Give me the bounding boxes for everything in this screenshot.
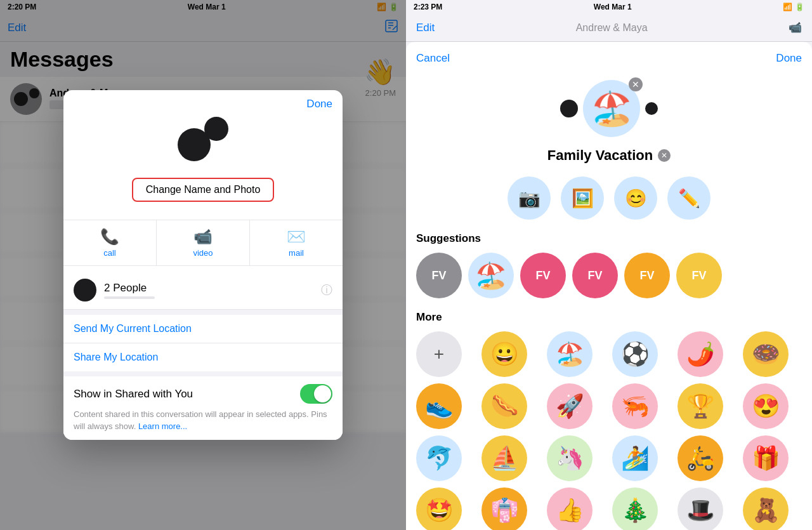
emoji-item-21[interactable]: 🎩: [678, 487, 723, 530]
modal-actions-row: 📞 call 📹 video ✉️ mail: [63, 220, 343, 266]
right-wifi-icon: 📶: [783, 3, 792, 11]
emoji-picker-modal: Cancel Done 🏖️ ✕ Family Vacation ✕ 📷 🖼️ …: [406, 42, 812, 530]
mail-action[interactable]: ✉️ mail: [250, 220, 343, 265]
emoji-item-11[interactable]: 🐬: [416, 435, 462, 481]
emoji-item-13[interactable]: 🦄: [547, 435, 593, 481]
emoji-cancel-button[interactable]: Cancel: [416, 52, 450, 65]
time-right: 2:23 PM: [414, 3, 442, 11]
suggestion-item-0[interactable]: FV: [416, 253, 462, 298]
call-icon: 📞: [100, 228, 119, 246]
preview-emoji-remove[interactable]: ✕: [629, 77, 643, 91]
learn-more-link[interactable]: Learn more...: [138, 421, 187, 431]
shared-label: Show in Shared with You: [74, 388, 193, 401]
emoji-item-22[interactable]: 🧸: [743, 487, 789, 530]
right-panel: 2:23 PM Wed Mar 1 📶 🔋 Edit Andrew & Maya…: [406, 0, 812, 530]
emoji-item-19[interactable]: 👍: [547, 487, 593, 530]
modal-avatar: [178, 117, 228, 168]
change-name-photo-button[interactable]: Change Name and Photo: [132, 178, 275, 202]
send-location-row[interactable]: Send My Current Location: [63, 315, 343, 343]
emoji-action-circle[interactable]: 😊: [614, 176, 657, 220]
emoji-item-6[interactable]: 🌭: [481, 383, 527, 429]
group-name-clear-button[interactable]: ✕: [658, 149, 671, 162]
location-section: Send My Current Location Share My Locati…: [63, 315, 343, 371]
emoji-item-9[interactable]: 🏆: [678, 383, 723, 429]
emoji-item-20[interactable]: 🎄: [612, 487, 658, 530]
people-row[interactable]: 2 People ⓘ: [63, 271, 343, 310]
video-action[interactable]: 📹 video: [157, 220, 250, 265]
people-bar: [104, 296, 155, 299]
emoji-item-16[interactable]: 🎁: [743, 435, 789, 481]
share-location-link[interactable]: Share My Location: [74, 352, 158, 362]
right-top-bar: 2:23 PM Wed Mar 1 📶 🔋 Edit Andrew & Maya…: [406, 0, 812, 42]
mail-label: mail: [289, 248, 304, 258]
right-nav-title: Andrew & Maya: [435, 22, 789, 34]
preview-dot-small: [645, 102, 658, 115]
emoji-preview-area: 🏖️ ✕: [416, 80, 802, 137]
emoji-item-1[interactable]: 🏖️: [547, 331, 593, 377]
date-right: Wed Mar 1: [442, 3, 783, 11]
modal-done-button[interactable]: Done: [306, 98, 332, 110]
emoji-item-5[interactable]: 👟: [416, 383, 462, 429]
shared-with-you-section: Show in Shared with You Content shared i…: [63, 376, 343, 439]
more-label: More: [416, 311, 802, 324]
call-label: call: [103, 248, 116, 258]
video-icon: 📹: [193, 228, 213, 246]
modal-avatar-area: [63, 110, 343, 178]
info-icon: ⓘ: [321, 282, 332, 298]
emoji-item-15[interactable]: 🛵: [678, 435, 723, 481]
right-nav-edit[interactable]: Edit: [416, 22, 435, 34]
people-count: 2 People: [104, 282, 321, 295]
right-nav: Edit Andrew & Maya 📹: [406, 14, 812, 42]
emoji-item-12[interactable]: ⛵: [481, 435, 527, 481]
emoji-item-2[interactable]: ⚽: [612, 331, 658, 377]
suggestion-item-2[interactable]: FV: [520, 253, 566, 298]
suggestion-item-4[interactable]: FV: [624, 253, 670, 298]
suggestions-label: Suggestions: [416, 232, 802, 245]
video-label: video: [193, 248, 213, 258]
group-info-modal: Done Change Name and Photo 📞 call: [63, 90, 343, 439]
mail-icon: ✉️: [287, 228, 306, 246]
send-location-link[interactable]: Send My Current Location: [74, 323, 192, 334]
suggestions-row: FV 🏖️ FV FV FV FV: [416, 253, 802, 298]
emoji-item-4[interactable]: 🍩: [743, 331, 789, 377]
right-status-icons: 📶 🔋: [783, 3, 804, 11]
people-avatar: [74, 279, 96, 301]
right-status-bar: 2:23 PM Wed Mar 1 📶 🔋: [406, 0, 812, 14]
shared-toggle-row: Show in Shared with You: [74, 384, 332, 404]
suggestion-item-5[interactable]: FV: [676, 253, 722, 298]
suggestion-item-1[interactable]: 🏖️: [468, 253, 514, 298]
emoji-item-10[interactable]: 😍: [743, 383, 789, 429]
emoji-item-8[interactable]: 🦐: [612, 383, 658, 429]
right-battery-icon: 🔋: [795, 3, 804, 11]
people-info: 2 People: [104, 282, 321, 299]
shared-toggle[interactable]: [300, 384, 332, 404]
emoji-item-7[interactable]: 🚀: [547, 383, 593, 429]
edit-action-circle[interactable]: ✏️: [667, 176, 710, 220]
emoji-item-3[interactable]: 🌶️: [678, 331, 723, 377]
share-location-row[interactable]: Share My Location: [63, 343, 343, 371]
emoji-item-add[interactable]: +: [416, 331, 462, 377]
suggestion-item-3[interactable]: FV: [572, 253, 618, 298]
call-action[interactable]: 📞 call: [63, 220, 157, 265]
left-panel: 2:20 PM Wed Mar 1 📶 🔋 Edit Messages: [0, 0, 406, 530]
right-nav-video[interactable]: 📹: [789, 21, 802, 34]
camera-action-circle[interactable]: 📷: [508, 176, 551, 220]
shared-description: Content shared in this conversation will…: [74, 409, 332, 432]
emoji-modal-header: Cancel Done: [416, 52, 802, 70]
preview-emoji-circle: 🏖️ ✕: [583, 80, 640, 137]
toggle-thumb: [314, 385, 331, 402]
modal-people-section: 2 People ⓘ Send My Current Location Shar…: [63, 271, 343, 439]
modal-overlay: Done Change Name and Photo 📞 call: [0, 0, 406, 530]
photo-library-action-circle[interactable]: 🖼️: [561, 176, 604, 220]
photo-action-row: 📷 🖼️ 😊 ✏️: [416, 176, 802, 220]
modal-header: Done: [63, 90, 343, 110]
emoji-grid: + 😀 🏖️ ⚽ 🌶️ 🍩 👟 🌭 🚀 🦐 🏆 😍 🐬 ⛵ 🦄 🏄 🛵 🎁 🤩 …: [416, 331, 802, 530]
emoji-done-button[interactable]: Done: [776, 52, 802, 65]
emoji-item-14[interactable]: 🏄: [612, 435, 658, 481]
group-name-row: Family Vacation ✕: [416, 147, 802, 164]
preview-dot-large: [560, 100, 578, 117]
emoji-item-17[interactable]: 🤩: [416, 487, 462, 530]
emoji-item-0[interactable]: 😀: [481, 331, 527, 377]
group-name-text: Family Vacation: [547, 147, 653, 164]
emoji-item-18[interactable]: 👘: [481, 487, 527, 530]
